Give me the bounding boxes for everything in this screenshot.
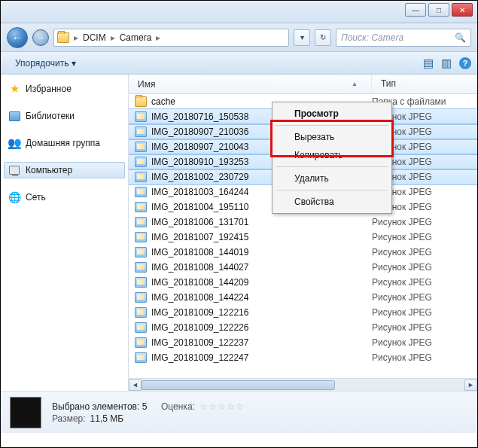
breadcrumb-camera[interactable]: Camera	[120, 32, 152, 43]
file-type: Рисунок JPEG	[372, 232, 477, 242]
address-bar[interactable]: ▸ DCIM ▸ Camera ▸	[53, 29, 289, 47]
computer-icon	[9, 166, 20, 175]
file-type: Рисунок JPEG	[372, 217, 477, 227]
sidebar-label: Сеть	[26, 192, 46, 203]
rating-label: Оценка:	[161, 401, 195, 412]
image-file-icon	[135, 277, 147, 288]
sidebar-label: Домашняя группа	[26, 138, 100, 148]
homegroup-icon: 👥	[8, 137, 20, 149]
file-name: IMG_20181008_144224	[151, 292, 248, 303]
image-file-icon	[135, 262, 147, 273]
file-row[interactable]: IMG_20181008_144027Рисунок JPEG	[129, 260, 477, 275]
file-row[interactable]: IMG_20181007_192415Рисунок JPEG	[129, 230, 477, 245]
image-file-icon	[135, 187, 147, 197]
sort-asc-icon: ▲	[352, 81, 358, 87]
column-header-name[interactable]: Имя ▲	[129, 75, 372, 93]
navigation-pane: ★ Избранное Библиотеки 👥 Домашняя группа…	[1, 75, 129, 391]
file-row[interactable]: IMG_20181009_122226Рисунок JPEG	[129, 320, 477, 335]
file-row[interactable]: IMG_20181008_144019Рисунок JPEG	[129, 245, 477, 260]
file-row[interactable]: IMG_20181009_122247Рисунок JPEG	[129, 350, 477, 365]
star-icon: ★	[8, 83, 20, 95]
file-type: Рисунок JPEG	[372, 352, 477, 363]
file-name: IMG_20181008_144209	[151, 277, 248, 288]
preview-pane-button[interactable]: ▥	[441, 56, 452, 70]
nav-forward-button[interactable]: →	[32, 29, 49, 46]
scroll-left-arrow[interactable]: ◄	[129, 379, 142, 391]
column-header-type[interactable]: Тип	[372, 75, 477, 93]
search-input[interactable]: Поиск: Camera 🔍	[336, 29, 471, 47]
file-name: IMG_20181002_230729	[151, 172, 248, 182]
context-menu-item-copy[interactable]: Копировать	[275, 146, 389, 164]
rating-stars[interactable]: ☆☆☆☆☆	[199, 401, 245, 412]
file-name: IMG_20180910_193253	[151, 157, 248, 167]
file-name: IMG_20181009_122226	[151, 322, 248, 333]
context-menu-item-properties[interactable]: Свойства	[275, 193, 389, 211]
file-row[interactable]: IMG_20181008_144224Рисунок JPEG	[129, 290, 477, 305]
scroll-right-arrow[interactable]: ►	[464, 379, 477, 391]
sidebar-item-favorites[interactable]: ★ Избранное	[4, 81, 125, 97]
file-name: IMG_20181003_164244	[151, 187, 248, 197]
scrollbar-thumb[interactable]	[142, 380, 335, 390]
file-type: Рисунок JPEG	[372, 277, 477, 288]
file-name: IMG_20181009_122237	[151, 337, 248, 348]
context-menu-separator	[276, 166, 388, 167]
file-name: IMG_20180907_210043	[151, 142, 248, 152]
column-name-label: Имя	[138, 79, 155, 90]
file-name: IMG_20180716_150538	[151, 111, 248, 122]
maximize-button[interactable]: □	[428, 3, 449, 17]
context-menu: Просмотр Вырезать Копировать Удалить Сво…	[272, 102, 392, 214]
organize-label: Упорядочить	[15, 58, 69, 69]
image-file-icon	[135, 247, 147, 258]
file-row[interactable]: IMG_20181008_144209Рисунок JPEG	[129, 275, 477, 290]
image-file-icon	[135, 292, 147, 303]
organize-button[interactable]: Упорядочить ▾	[7, 55, 84, 72]
image-file-icon	[135, 111, 147, 122]
refresh-button[interactable]: ↻	[315, 29, 331, 46]
file-row[interactable]: IMG_20181006_131701Рисунок JPEG	[129, 215, 477, 230]
file-name: IMG_20181004_195110	[151, 202, 248, 212]
context-menu-separator	[276, 190, 388, 190]
horizontal-scrollbar[interactable]: ◄ ►	[129, 378, 477, 391]
search-icon: 🔍	[455, 32, 466, 43]
context-menu-item-view[interactable]: Просмотр	[275, 105, 389, 123]
address-dropdown-button[interactable]: ▾	[294, 29, 310, 46]
file-name: IMG_20180907_210036	[151, 126, 248, 137]
close-button[interactable]: ✕	[452, 3, 473, 17]
image-file-icon	[135, 157, 147, 167]
scrollbar-track[interactable]	[142, 379, 464, 391]
libraries-icon	[9, 111, 20, 121]
search-placeholder: Поиск: Camera	[341, 32, 403, 43]
change-view-button[interactable]: ▤	[423, 56, 434, 70]
sidebar-item-computer[interactable]: Компьютер	[4, 162, 125, 178]
file-type: Рисунок JPEG	[372, 322, 477, 333]
image-file-icon	[135, 142, 147, 152]
sidebar-item-network[interactable]: 🌐 Сеть	[4, 189, 125, 206]
sidebar-label: Библиотеки	[26, 111, 75, 121]
file-row[interactable]: IMG_20181009_122237Рисунок JPEG	[129, 335, 477, 350]
image-file-icon	[135, 232, 147, 242]
file-type: Рисунок JPEG	[372, 292, 477, 303]
sidebar-item-libraries[interactable]: Библиотеки	[4, 108, 125, 124]
column-header-row: Имя ▲ Тип	[129, 75, 477, 94]
selection-count-label: Выбрано элементов: 5	[52, 401, 147, 412]
nav-back-button[interactable]: ←	[7, 27, 28, 48]
breadcrumb-dcim[interactable]: DCIM	[83, 32, 106, 43]
file-row[interactable]: IMG_20181009_122216Рисунок JPEG	[129, 305, 477, 320]
minimize-button[interactable]: —	[405, 3, 426, 17]
image-file-icon	[135, 217, 147, 227]
folder-icon	[57, 32, 69, 43]
sidebar-label: Избранное	[26, 84, 72, 94]
help-button[interactable]: ?	[459, 57, 471, 69]
sidebar-item-homegroup[interactable]: 👥 Домашняя группа	[4, 135, 125, 151]
size-value: 11,5 МБ	[90, 413, 124, 424]
context-menu-item-cut[interactable]: Вырезать	[275, 128, 389, 146]
address-bar-row: ← → ▸ DCIM ▸ Camera ▸ ▾ ↻ Поиск: Camera …	[1, 23, 477, 52]
image-file-icon	[135, 126, 147, 137]
image-file-icon	[135, 352, 147, 363]
sidebar-label: Компьютер	[26, 165, 72, 175]
image-file-icon	[135, 337, 147, 348]
file-name: IMG_20181008_144027	[151, 262, 248, 273]
context-menu-item-delete[interactable]: Удалить	[275, 169, 389, 187]
file-list-area: Имя ▲ Тип cacheПапка с файламиIMG_201807…	[129, 75, 477, 391]
image-file-icon	[135, 322, 147, 333]
